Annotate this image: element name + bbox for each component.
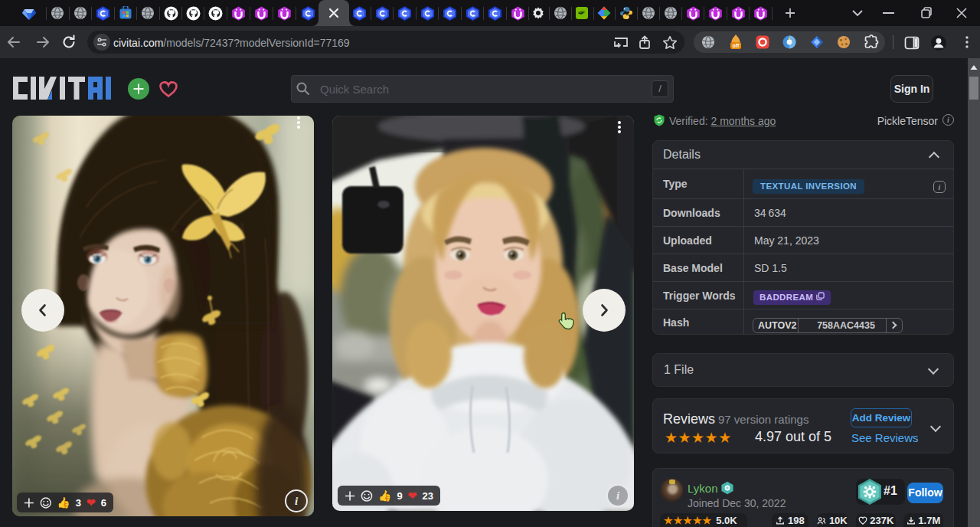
svg-text:off: off xyxy=(733,43,740,48)
